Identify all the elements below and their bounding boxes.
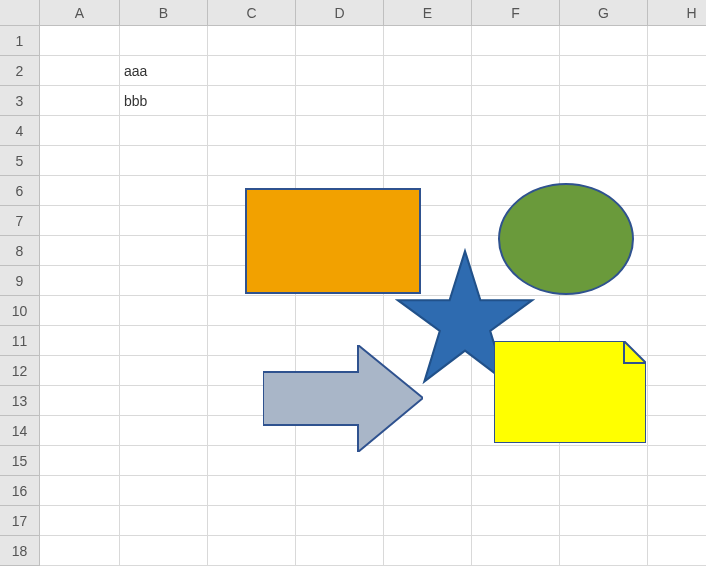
cell-B4[interactable] — [120, 116, 208, 146]
cell-A11[interactable] — [40, 326, 120, 356]
cell-B7[interactable] — [120, 206, 208, 236]
cell-B13[interactable] — [120, 386, 208, 416]
cell-H12[interactable] — [648, 356, 706, 386]
cell-F4[interactable] — [472, 116, 560, 146]
select-all-corner[interactable] — [0, 0, 40, 26]
cell-H16[interactable] — [648, 476, 706, 506]
cell-D10[interactable] — [296, 296, 384, 326]
cell-G17[interactable] — [560, 506, 648, 536]
cell-A15[interactable] — [40, 446, 120, 476]
column-header-A[interactable]: A — [40, 0, 120, 26]
cell-F17[interactable] — [472, 506, 560, 536]
cell-B12[interactable] — [120, 356, 208, 386]
row-header-6[interactable]: 6 — [0, 176, 40, 206]
cell-A8[interactable] — [40, 236, 120, 266]
row-header-4[interactable]: 4 — [0, 116, 40, 146]
cell-G3[interactable] — [560, 86, 648, 116]
row-header-5[interactable]: 5 — [0, 146, 40, 176]
cell-H1[interactable] — [648, 26, 706, 56]
row-header-9[interactable]: 9 — [0, 266, 40, 296]
cell-C16[interactable] — [208, 476, 296, 506]
row-header-15[interactable]: 15 — [0, 446, 40, 476]
cell-H13[interactable] — [648, 386, 706, 416]
cell-F1[interactable] — [472, 26, 560, 56]
column-header-D[interactable]: D — [296, 0, 384, 26]
cell-D5[interactable] — [296, 146, 384, 176]
cell-C5[interactable] — [208, 146, 296, 176]
row-header-18[interactable]: 18 — [0, 536, 40, 566]
cell-B8[interactable] — [120, 236, 208, 266]
cell-B10[interactable] — [120, 296, 208, 326]
cell-H14[interactable] — [648, 416, 706, 446]
cell-B2[interactable]: aaa — [120, 56, 208, 86]
cell-A3[interactable] — [40, 86, 120, 116]
cell-H17[interactable] — [648, 506, 706, 536]
cell-G16[interactable] — [560, 476, 648, 506]
cell-A16[interactable] — [40, 476, 120, 506]
cell-H9[interactable] — [648, 266, 706, 296]
cell-H2[interactable] — [648, 56, 706, 86]
cell-H10[interactable] — [648, 296, 706, 326]
cell-A10[interactable] — [40, 296, 120, 326]
column-header-F[interactable]: F — [472, 0, 560, 26]
cell-B15[interactable] — [120, 446, 208, 476]
cell-E16[interactable] — [384, 476, 472, 506]
cell-E5[interactable] — [384, 146, 472, 176]
cell-E17[interactable] — [384, 506, 472, 536]
column-header-H[interactable]: H — [648, 0, 706, 26]
cell-H7[interactable] — [648, 206, 706, 236]
row-header-14[interactable]: 14 — [0, 416, 40, 446]
row-header-12[interactable]: 12 — [0, 356, 40, 386]
cell-F2[interactable] — [472, 56, 560, 86]
cell-A6[interactable] — [40, 176, 120, 206]
cell-B18[interactable] — [120, 536, 208, 566]
cell-C17[interactable] — [208, 506, 296, 536]
cell-D3[interactable] — [296, 86, 384, 116]
cell-A7[interactable] — [40, 206, 120, 236]
cell-D2[interactable] — [296, 56, 384, 86]
row-header-7[interactable]: 7 — [0, 206, 40, 236]
cell-H5[interactable] — [648, 146, 706, 176]
cell-G5[interactable] — [560, 146, 648, 176]
cell-A4[interactable] — [40, 116, 120, 146]
folded-corner-shape[interactable] — [494, 341, 646, 443]
cell-A2[interactable] — [40, 56, 120, 86]
cell-B1[interactable] — [120, 26, 208, 56]
row-header-8[interactable]: 8 — [0, 236, 40, 266]
cell-E1[interactable] — [384, 26, 472, 56]
cell-F18[interactable] — [472, 536, 560, 566]
cell-A17[interactable] — [40, 506, 120, 536]
cell-C10[interactable] — [208, 296, 296, 326]
cell-C3[interactable] — [208, 86, 296, 116]
row-header-10[interactable]: 10 — [0, 296, 40, 326]
cell-G4[interactable] — [560, 116, 648, 146]
row-header-3[interactable]: 3 — [0, 86, 40, 116]
row-header-16[interactable]: 16 — [0, 476, 40, 506]
cell-E2[interactable] — [384, 56, 472, 86]
column-header-C[interactable]: C — [208, 0, 296, 26]
cell-D17[interactable] — [296, 506, 384, 536]
cell-E18[interactable] — [384, 536, 472, 566]
cell-A14[interactable] — [40, 416, 120, 446]
cell-G2[interactable] — [560, 56, 648, 86]
column-header-E[interactable]: E — [384, 0, 472, 26]
cell-G15[interactable] — [560, 446, 648, 476]
cell-A13[interactable] — [40, 386, 120, 416]
cell-H15[interactable] — [648, 446, 706, 476]
cell-G10[interactable] — [560, 296, 648, 326]
cell-H18[interactable] — [648, 536, 706, 566]
row-header-11[interactable]: 11 — [0, 326, 40, 356]
cell-F16[interactable] — [472, 476, 560, 506]
row-header-17[interactable]: 17 — [0, 506, 40, 536]
cell-C1[interactable] — [208, 26, 296, 56]
row-header-1[interactable]: 1 — [0, 26, 40, 56]
cell-A5[interactable] — [40, 146, 120, 176]
cell-H8[interactable] — [648, 236, 706, 266]
cell-H4[interactable] — [648, 116, 706, 146]
column-header-B[interactable]: B — [120, 0, 208, 26]
row-header-13[interactable]: 13 — [0, 386, 40, 416]
cell-H11[interactable] — [648, 326, 706, 356]
cell-D4[interactable] — [296, 116, 384, 146]
cell-B6[interactable] — [120, 176, 208, 206]
cell-B17[interactable] — [120, 506, 208, 536]
